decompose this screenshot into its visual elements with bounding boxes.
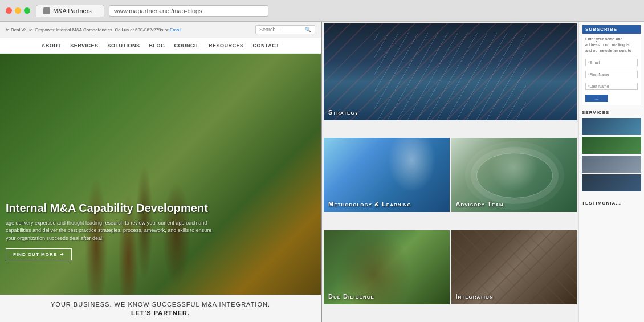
tagline-bottom: LET'S PARTNER. [6,309,315,316]
nav-services[interactable]: SERVICES [70,43,98,48]
due-diligence-tile-label: Due Diligence [328,293,374,300]
top-bar: te Deal Value. Empower Internal M&A Comp… [0,22,321,38]
right-panel: Strategy Methodology & Learning Advisory… [322,22,644,322]
nav-about[interactable]: ABOUT [42,43,62,48]
bottom-tagline: YOUR BUSINESS. WE KNOW SUCCESSFUL M&A IN… [0,295,321,322]
subscribe-last-name[interactable] [585,83,638,90]
right-sidebar: SUBSCRIBE Enter your name and address to… [578,22,644,322]
testimonials-section: TESTIMONIA... [582,201,641,206]
methodology-tile[interactable]: Methodology & Learning [324,138,450,212]
hero-description: age delivery expertise and thought leadi… [6,219,222,243]
nav-resources[interactable]: RESOURCES [209,43,244,48]
integration-tile-label: Integration [456,293,494,300]
service-thumb-1[interactable] [582,118,641,135]
strategy-tile-bg [324,23,577,120]
search-bar[interactable]: 🔍 [255,25,315,34]
methodology-tile-label: Methodology & Learning [328,201,411,207]
top-bar-text: te Deal Value. Empower Internal M&A Comp… [6,27,181,32]
services-section: SERVICES [582,110,641,193]
advisory-tile[interactable]: Advisory Team [451,138,577,212]
close-button[interactable] [6,7,12,14]
tab-title: M&A Partners [53,7,92,14]
nav-council[interactable]: COUNCIL [174,43,200,48]
strategy-tile[interactable]: Strategy [324,23,577,120]
nav-solutions[interactable]: SOLUTIONS [108,43,140,48]
traffic-lights [6,7,30,14]
service-thumb-2[interactable] [582,137,641,154]
main-wrapper: te Deal Value. Empower Internal M&A Comp… [0,22,644,322]
tab-favicon [43,7,50,14]
address-bar[interactable]: www.mapartners.net/mao-blogs [109,5,268,17]
service-thumb-3[interactable] [582,156,641,173]
nav-bar: ABOUT SERVICES SOLUTIONS BLOG COUNCIL RE… [0,38,321,54]
integration-tile[interactable]: Integration [451,230,577,304]
minimize-button[interactable] [15,7,21,14]
nav-blog[interactable]: BLOG [149,43,165,48]
tab-bar: M&A Partners www.mapartners.net/mao-blog… [36,5,638,17]
subscribe-email[interactable] [585,59,638,66]
nav-contact[interactable]: CONTACT [253,43,280,48]
subscribe-box: SUBSCRIBE Enter your name and address to… [582,25,641,105]
maximize-button[interactable] [24,7,30,14]
tiles-grid: Strategy Methodology & Learning Advisory… [322,22,578,322]
due-diligence-tile[interactable]: Due Diligence [324,230,450,304]
arrow-icon: ➜ [60,252,64,257]
hero-content: Internal M&A Capability Development age … [6,202,315,261]
subscribe-title: SUBSCRIBE [582,25,641,34]
search-input[interactable] [259,27,305,32]
subscribe-description: Enter your name and address to our maili… [585,36,638,53]
search-icon: 🔍 [305,27,311,32]
services-title: SERVICES [582,110,641,115]
hero-section: Internal M&A Capability Development age … [0,54,321,295]
find-out-more-button[interactable]: FIND OUT MORE ➜ [6,248,72,260]
testimonials-title: TESTIMONIA... [582,201,641,206]
browser-tab[interactable]: M&A Partners [36,5,104,17]
hero-title: Internal M&A Capability Development [6,202,315,215]
subscribe-button[interactable]: ... [585,95,608,102]
browser-chrome: M&A Partners www.mapartners.net/mao-blog… [0,0,644,22]
left-panel: te Deal Value. Empower Internal M&A Comp… [0,22,322,322]
service-thumb-4[interactable] [582,174,641,191]
subscribe-first-name[interactable] [585,71,638,78]
email-link[interactable]: Email [170,27,181,32]
right-main: Strategy Methodology & Learning Advisory… [322,22,578,322]
strategy-tile-label: Strategy [328,109,358,116]
tagline-top: YOUR BUSINESS. WE KNOW SUCCESSFUL M&A IN… [6,301,315,308]
advisory-tile-label: Advisory Team [456,201,504,207]
